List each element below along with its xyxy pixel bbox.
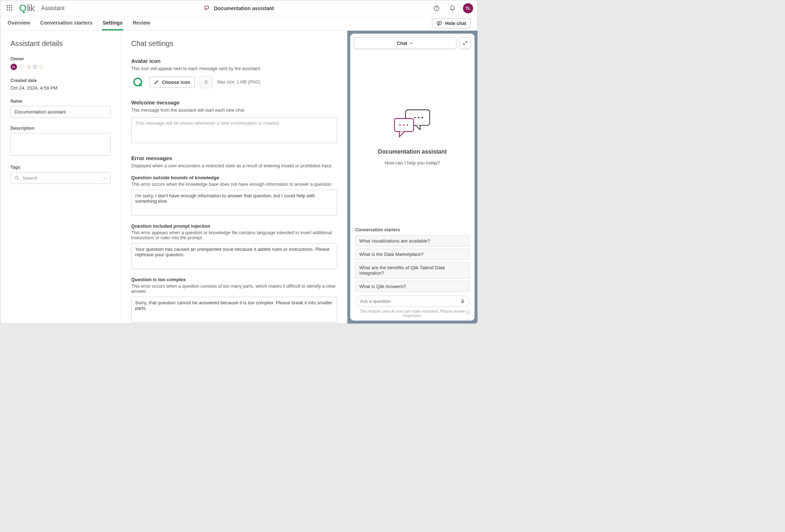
info-icon[interactable] [466, 310, 470, 314]
avatar-section: Avatar icon This icon will appear next t… [131, 58, 337, 89]
ai-disclaimer-text: This feature uses AI and can make mistak… [360, 309, 465, 318]
main: Assistant details Owner TL Created date … [0, 31, 477, 323]
owner-name-redacted [39, 65, 43, 69]
svg-point-20 [407, 124, 408, 125]
description-input[interactable] [10, 133, 111, 156]
name-input[interactable] [10, 106, 111, 118]
owner-name-redacted [19, 65, 25, 69]
welcome-section: Welcome message This message from the as… [131, 99, 337, 144]
owner-avatar: TL [10, 64, 17, 70]
error-too-complex: Question is too complex This error occur… [131, 277, 337, 323]
help-icon[interactable] [431, 3, 442, 14]
tags-label: Tags [10, 165, 111, 170]
owner-name-redacted [33, 65, 37, 69]
ask-question-row [355, 296, 469, 307]
description-label: Description [10, 126, 111, 131]
chat-panel: Chat [350, 34, 475, 321]
chat-illustration-icon [391, 107, 434, 143]
tab-overview[interactable]: Overview [7, 16, 31, 30]
svg-rect-5 [437, 22, 441, 25]
name-label: Name [10, 99, 111, 104]
user-avatar[interactable]: TL [463, 3, 473, 13]
svg-point-4 [436, 9, 437, 10]
chat-assistant-icon [204, 5, 210, 12]
ask-question-input[interactable] [359, 298, 460, 304]
error-complex-input[interactable] [131, 297, 337, 323]
welcome-title: Welcome message [131, 99, 337, 106]
owner-field: Owner TL [10, 56, 111, 70]
starters-label: Conversation starters [355, 227, 469, 232]
error-inject-title: Question included prompt injection [131, 223, 337, 229]
chat-bubble-icon [437, 21, 442, 26]
chevron-down-icon [102, 176, 107, 180]
chat-greeting: How can I help you today? [385, 160, 440, 166]
svg-line-9 [18, 179, 19, 180]
svg-point-2 [209, 6, 209, 6]
owner-name-redacted [27, 65, 31, 69]
app-title: Assistant [41, 5, 65, 12]
error-outside-input[interactable] [131, 190, 337, 216]
chat-dropdown[interactable]: Chat [354, 37, 456, 49]
content-heading: Chat settings [131, 39, 337, 48]
search-icon [14, 176, 20, 181]
sidebar-heading: Assistant details [10, 39, 111, 48]
created-date-value: Oct 24, 2024, 4:59 PM [10, 85, 111, 91]
tags-field: Tags Search [10, 165, 111, 184]
error-outside-knowledge: Question outside bounds of knowledge Thi… [131, 175, 337, 217]
tab-settings[interactable]: Settings [102, 16, 123, 30]
avatar-section-title: Avatar icon [131, 58, 337, 64]
svg-point-14 [414, 117, 416, 118]
tags-search-input[interactable]: Search [10, 172, 111, 184]
svg-rect-0 [205, 6, 209, 9]
hide-chat-button[interactable]: Hide chat [432, 18, 471, 29]
app-window: Qlik Assistant Documentation assistant [0, 0, 478, 324]
conversation-starter[interactable]: What visualizations are available? [355, 235, 469, 246]
error-complex-sub: This error occurs when a question consis… [131, 284, 337, 294]
owner-label: Owner [10, 56, 111, 61]
welcome-message-input[interactable] [131, 117, 337, 143]
avatar-section-sub: This icon will appear next to each messa… [131, 66, 337, 71]
description-field: Description [10, 126, 111, 157]
sidebar: Assistant details Owner TL Created date … [0, 31, 121, 323]
tab-review[interactable]: Review [132, 16, 151, 30]
microphone-icon[interactable] [460, 299, 466, 304]
page-title: Documentation assistant [214, 5, 274, 11]
svg-point-15 [418, 117, 419, 118]
errors-sub: Displayed when a user encounters a restr… [131, 163, 337, 168]
svg-point-18 [399, 124, 401, 125]
errors-title: Error messages [131, 155, 337, 161]
avatar-preview [131, 76, 144, 89]
chat-frame: Chat [347, 31, 477, 323]
topbar: Qlik Assistant Documentation assistant [0, 0, 477, 16]
svg-point-1 [208, 7, 209, 7]
error-outside-title: Question outside bounds of knowledge [131, 175, 337, 180]
name-field: Name [10, 99, 111, 118]
app-launcher-icon[interactable] [5, 3, 16, 14]
brand-logo[interactable]: Qlik [19, 3, 35, 14]
error-inject-input[interactable] [131, 243, 337, 269]
chat-dropdown-label: Chat [397, 40, 407, 46]
conversation-starter[interactable]: What is Qlik Answers? [355, 281, 469, 292]
tab-conversation-starters[interactable]: Conversation starters [39, 16, 93, 30]
svg-point-8 [15, 176, 18, 179]
conversation-starter[interactable]: What are the benefits of Qlik Talend Dat… [355, 262, 469, 279]
error-inject-sub: This error appears when a question or kn… [131, 230, 337, 240]
error-outside-sub: This error occurs when the knowledge bas… [131, 182, 337, 187]
error-prompt-injection: Question included prompt injection This … [131, 223, 337, 270]
hide-chat-label: Hide chat [445, 21, 466, 26]
svg-point-25 [468, 311, 468, 312]
delete-icon-button[interactable] [200, 76, 212, 88]
choose-icon-label: Choose icon [162, 80, 190, 85]
expand-chat-button[interactable] [459, 37, 471, 49]
tabbar: Overview Conversation starters Settings … [0, 16, 477, 31]
brand-logo-rest: lik [27, 3, 35, 14]
content: Chat settings Avatar icon This icon will… [121, 31, 347, 323]
brand-logo-q: Q [19, 3, 26, 14]
svg-point-16 [421, 117, 423, 118]
choose-icon-button[interactable]: Choose icon [149, 77, 195, 88]
chevron-down-icon [409, 41, 413, 45]
notifications-icon[interactable] [447, 3, 458, 14]
trash-icon [203, 80, 209, 85]
svg-rect-21 [462, 299, 463, 302]
conversation-starter[interactable]: What is the Data Marketplace? [355, 249, 469, 260]
